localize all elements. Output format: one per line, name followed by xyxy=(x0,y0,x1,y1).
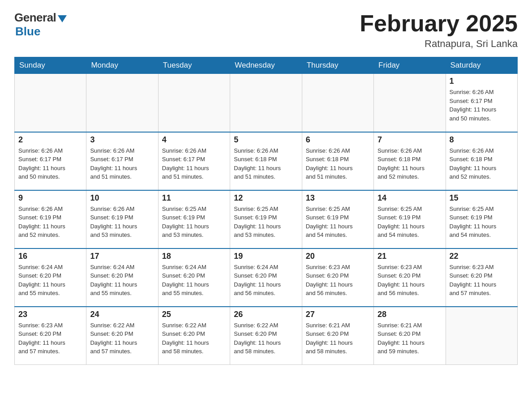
day-info: Sunrise: 6:23 AMSunset: 6:20 PMDaylight:… xyxy=(18,321,82,356)
calendar-week-row: 1Sunrise: 6:26 AMSunset: 6:17 PMDaylight… xyxy=(15,74,518,132)
col-sunday: Sunday xyxy=(15,57,86,74)
day-info: Sunrise: 6:26 AMSunset: 6:18 PMDaylight:… xyxy=(450,146,514,181)
day-number: 17 xyxy=(90,252,154,261)
day-info: Sunrise: 6:22 AMSunset: 6:20 PMDaylight:… xyxy=(162,321,226,356)
calendar-cell: 22Sunrise: 6:23 AMSunset: 6:20 PMDayligh… xyxy=(446,248,517,307)
logo-general-text: General xyxy=(14,11,56,25)
calendar-cell xyxy=(158,74,230,132)
calendar-cell xyxy=(446,307,517,365)
day-info: Sunrise: 6:22 AMSunset: 6:20 PMDaylight:… xyxy=(234,321,298,356)
day-info: Sunrise: 6:23 AMSunset: 6:20 PMDaylight:… xyxy=(378,263,442,298)
day-number: 25 xyxy=(162,310,226,319)
day-number: 11 xyxy=(162,193,226,203)
col-monday: Monday xyxy=(86,57,158,74)
calendar-week-row: 16Sunrise: 6:24 AMSunset: 6:20 PMDayligh… xyxy=(15,248,518,307)
calendar-cell: 14Sunrise: 6:25 AMSunset: 6:19 PMDayligh… xyxy=(374,190,446,248)
calendar-cell xyxy=(302,74,373,132)
day-info: Sunrise: 6:22 AMSunset: 6:20 PMDaylight:… xyxy=(90,321,154,356)
calendar-cell: 6Sunrise: 6:26 AMSunset: 6:18 PMDaylight… xyxy=(302,132,373,190)
day-number: 14 xyxy=(378,193,442,203)
day-info: Sunrise: 6:26 AMSunset: 6:19 PMDaylight:… xyxy=(90,205,154,240)
day-number: 3 xyxy=(90,135,154,145)
day-number: 9 xyxy=(18,193,82,203)
day-info: Sunrise: 6:23 AMSunset: 6:20 PMDaylight:… xyxy=(306,263,370,298)
day-info: Sunrise: 6:25 AMSunset: 6:19 PMDaylight:… xyxy=(378,205,442,240)
day-info: Sunrise: 6:25 AMSunset: 6:19 PMDaylight:… xyxy=(306,205,370,240)
day-number: 15 xyxy=(450,193,514,203)
day-info: Sunrise: 6:26 AMSunset: 6:17 PMDaylight:… xyxy=(162,146,226,181)
calendar-cell: 21Sunrise: 6:23 AMSunset: 6:20 PMDayligh… xyxy=(374,248,446,307)
day-number: 13 xyxy=(306,193,370,203)
calendar-cell: 5Sunrise: 6:26 AMSunset: 6:18 PMDaylight… xyxy=(230,132,302,190)
calendar-cell: 3Sunrise: 6:26 AMSunset: 6:17 PMDaylight… xyxy=(86,132,158,190)
col-wednesday: Wednesday xyxy=(230,57,302,74)
day-number: 27 xyxy=(306,310,370,319)
day-info: Sunrise: 6:24 AMSunset: 6:20 PMDaylight:… xyxy=(162,263,226,298)
calendar-cell: 7Sunrise: 6:26 AMSunset: 6:18 PMDaylight… xyxy=(374,132,446,190)
col-tuesday: Tuesday xyxy=(158,57,230,74)
calendar-cell: 8Sunrise: 6:26 AMSunset: 6:18 PMDaylight… xyxy=(446,132,517,190)
calendar-cell: 11Sunrise: 6:25 AMSunset: 6:19 PMDayligh… xyxy=(158,190,230,248)
day-info: Sunrise: 6:21 AMSunset: 6:20 PMDaylight:… xyxy=(306,321,370,356)
day-info: Sunrise: 6:26 AMSunset: 6:17 PMDaylight:… xyxy=(90,146,154,181)
calendar-cell xyxy=(15,74,86,132)
calendar-week-row: 9Sunrise: 6:26 AMSunset: 6:19 PMDaylight… xyxy=(15,190,518,248)
calendar-cell: 4Sunrise: 6:26 AMSunset: 6:17 PMDaylight… xyxy=(158,132,230,190)
calendar-header-row: Sunday Monday Tuesday Wednesday Thursday… xyxy=(15,57,518,74)
day-number: 10 xyxy=(90,193,154,203)
calendar-table: Sunday Monday Tuesday Wednesday Thursday… xyxy=(14,57,518,365)
calendar-cell: 17Sunrise: 6:24 AMSunset: 6:20 PMDayligh… xyxy=(86,248,158,307)
calendar-cell: 24Sunrise: 6:22 AMSunset: 6:20 PMDayligh… xyxy=(86,307,158,365)
day-number: 2 xyxy=(18,135,82,145)
day-info: Sunrise: 6:26 AMSunset: 6:18 PMDaylight:… xyxy=(306,146,370,181)
day-info: Sunrise: 6:25 AMSunset: 6:19 PMDaylight:… xyxy=(450,205,514,240)
day-info: Sunrise: 6:26 AMSunset: 6:18 PMDaylight:… xyxy=(378,146,442,181)
day-info: Sunrise: 6:26 AMSunset: 6:19 PMDaylight:… xyxy=(18,205,82,240)
day-info: Sunrise: 6:24 AMSunset: 6:20 PMDaylight:… xyxy=(18,263,82,298)
calendar-cell: 16Sunrise: 6:24 AMSunset: 6:20 PMDayligh… xyxy=(15,248,86,307)
day-number: 21 xyxy=(378,252,442,261)
day-number: 28 xyxy=(378,310,442,319)
logo: General Blue xyxy=(14,11,67,39)
day-number: 22 xyxy=(450,252,514,261)
calendar-cell: 15Sunrise: 6:25 AMSunset: 6:19 PMDayligh… xyxy=(446,190,517,248)
day-number: 19 xyxy=(234,252,298,261)
calendar-week-row: 23Sunrise: 6:23 AMSunset: 6:20 PMDayligh… xyxy=(15,307,518,365)
calendar-cell: 10Sunrise: 6:26 AMSunset: 6:19 PMDayligh… xyxy=(86,190,158,248)
calendar-cell xyxy=(374,74,446,132)
day-info: Sunrise: 6:26 AMSunset: 6:17 PMDaylight:… xyxy=(18,146,82,181)
day-number: 23 xyxy=(18,310,82,319)
col-saturday: Saturday xyxy=(446,57,517,74)
day-number: 18 xyxy=(162,252,226,261)
col-friday: Friday xyxy=(374,57,446,74)
day-number: 12 xyxy=(234,193,298,203)
page-header: General Blue February 2025 Ratnapura, Sr… xyxy=(14,11,518,50)
calendar-cell: 19Sunrise: 6:24 AMSunset: 6:20 PMDayligh… xyxy=(230,248,302,307)
day-info: Sunrise: 6:25 AMSunset: 6:19 PMDaylight:… xyxy=(162,205,226,240)
calendar-cell: 26Sunrise: 6:22 AMSunset: 6:20 PMDayligh… xyxy=(230,307,302,365)
logo-triangle-icon xyxy=(58,15,67,22)
day-info: Sunrise: 6:24 AMSunset: 6:20 PMDaylight:… xyxy=(234,263,298,298)
day-info: Sunrise: 6:23 AMSunset: 6:20 PMDaylight:… xyxy=(450,263,514,298)
calendar-cell: 20Sunrise: 6:23 AMSunset: 6:20 PMDayligh… xyxy=(302,248,373,307)
day-number: 5 xyxy=(234,135,298,145)
calendar-cell: 12Sunrise: 6:25 AMSunset: 6:19 PMDayligh… xyxy=(230,190,302,248)
calendar-cell: 27Sunrise: 6:21 AMSunset: 6:20 PMDayligh… xyxy=(302,307,373,365)
col-thursday: Thursday xyxy=(302,57,373,74)
day-number: 8 xyxy=(450,135,514,145)
day-number: 24 xyxy=(90,310,154,319)
calendar-cell: 28Sunrise: 6:21 AMSunset: 6:20 PMDayligh… xyxy=(374,307,446,365)
day-info: Sunrise: 6:25 AMSunset: 6:19 PMDaylight:… xyxy=(234,205,298,240)
calendar-cell: 1Sunrise: 6:26 AMSunset: 6:17 PMDaylight… xyxy=(446,74,517,132)
calendar-cell: 23Sunrise: 6:23 AMSunset: 6:20 PMDayligh… xyxy=(15,307,86,365)
calendar-cell: 9Sunrise: 6:26 AMSunset: 6:19 PMDaylight… xyxy=(15,190,86,248)
logo-blue-text: Blue xyxy=(15,25,40,39)
day-info: Sunrise: 6:26 AMSunset: 6:18 PMDaylight:… xyxy=(234,146,298,181)
calendar-cell: 18Sunrise: 6:24 AMSunset: 6:20 PMDayligh… xyxy=(158,248,230,307)
calendar-cell: 25Sunrise: 6:22 AMSunset: 6:20 PMDayligh… xyxy=(158,307,230,365)
day-info: Sunrise: 6:26 AMSunset: 6:17 PMDaylight:… xyxy=(450,88,514,123)
calendar-cell: 2Sunrise: 6:26 AMSunset: 6:17 PMDaylight… xyxy=(15,132,86,190)
title-block: February 2025 Ratnapura, Sri Lanka xyxy=(360,11,518,50)
day-info: Sunrise: 6:21 AMSunset: 6:20 PMDaylight:… xyxy=(378,321,442,356)
day-number: 16 xyxy=(18,252,82,261)
